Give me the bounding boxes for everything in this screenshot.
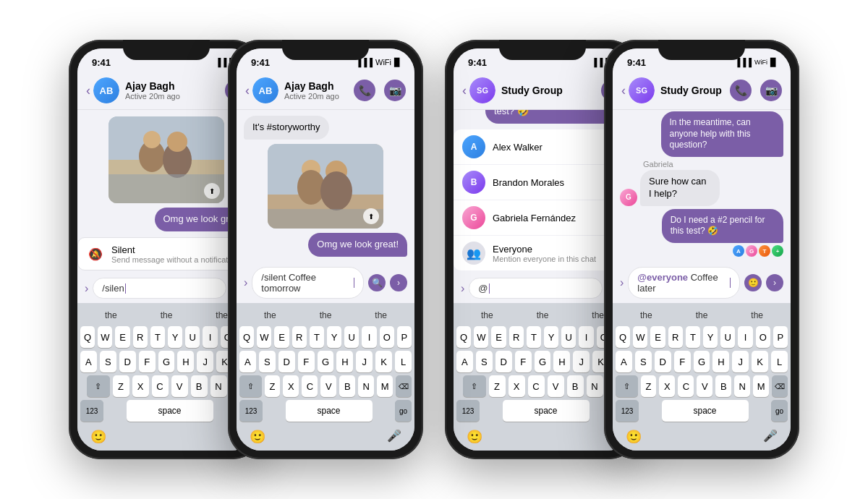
emoji-button-1b[interactable]: 🙂 bbox=[86, 427, 111, 446]
key-n-1b[interactable]: N bbox=[210, 375, 227, 397]
status-time-2b: 9:41 bbox=[468, 57, 487, 68]
key-y-1b[interactable]: Y bbox=[168, 326, 182, 348]
key-j-1b[interactable]: J bbox=[197, 351, 213, 372]
key-x-1b[interactable]: X bbox=[132, 375, 149, 397]
header-name-1f: Ajay Bagh bbox=[284, 80, 354, 92]
header-name-2f: Study Group bbox=[660, 85, 730, 96]
gabriela-label-2f: Gabriela bbox=[640, 160, 746, 169]
phone-group-1: 9:41 ▐▐▐ ▉ ‹ AB Ajay Bagh Active 20m ago bbox=[69, 40, 423, 459]
key-u-1b[interactable]: U bbox=[185, 326, 200, 348]
key-c-1b[interactable]: C bbox=[152, 375, 169, 397]
key-d-1b[interactable]: D bbox=[119, 351, 136, 372]
input-row-2b: › @ 🙂 bbox=[461, 278, 624, 299]
search-button-1f[interactable]: 🔍 bbox=[368, 274, 386, 291]
input-row-1b: › /silen 🔍 bbox=[85, 278, 248, 299]
mention-avatar-alex: A bbox=[462, 135, 485, 158]
svg-point-12 bbox=[320, 171, 352, 210]
back-button-2b[interactable]: ‹ bbox=[462, 83, 467, 98]
emoji-button-1f[interactable]: 🙂 bbox=[245, 427, 270, 446]
key-shift-1b[interactable]: ⇧ bbox=[87, 375, 110, 397]
wifi-icon-1f: WiFi bbox=[375, 58, 391, 67]
back-button-1f[interactable]: ‹ bbox=[245, 83, 250, 98]
notch-2f bbox=[658, 40, 745, 60]
svg-point-5 bbox=[143, 131, 161, 148]
gabriela-msg-2f: Sure how can I help? bbox=[640, 170, 720, 206]
text-input-1b[interactable]: /silen bbox=[93, 278, 226, 299]
suggestion-1[interactable]: the bbox=[99, 309, 123, 322]
header-info-1f: Ajay Bagh Active 20m ago bbox=[284, 80, 354, 101]
couple-photo-1b: ⬆ bbox=[109, 116, 224, 203]
keyboard-2f: the the the QWERTYUIOP ASDFGHJKL ⇧ZXCVBN… bbox=[613, 303, 791, 451]
phone-call-icon-2f[interactable]: 📞 bbox=[730, 80, 752, 101]
received-msg-1f: It's #storyworthy bbox=[244, 116, 329, 140]
notch-1f bbox=[282, 40, 369, 60]
phone-call-icon-1f[interactable]: 📞 bbox=[354, 80, 375, 101]
send-button-1f[interactable]: › bbox=[390, 274, 407, 291]
share-btn-1f[interactable]: ⬆ bbox=[363, 208, 379, 224]
text-input-2f[interactable]: @everyone Coffee later bbox=[628, 267, 740, 299]
key-e-1b[interactable]: E bbox=[115, 326, 129, 348]
send-button-2f[interactable]: › bbox=[766, 274, 783, 291]
key-g-1b[interactable]: G bbox=[158, 351, 175, 372]
key-v-1b[interactable]: V bbox=[171, 375, 188, 397]
cursor-2f bbox=[730, 278, 731, 288]
back-button-1b[interactable]: ‹ bbox=[86, 83, 90, 98]
emoji-btn-2f[interactable]: 🙂 bbox=[744, 274, 762, 291]
keyboard-1f: the the the QWERTYUIOP ASDFGHJKL ⇧ZXCVBN… bbox=[237, 303, 414, 451]
video-call-icon-2f[interactable]: 📷 bbox=[760, 80, 782, 101]
text-input-2b[interactable]: @ bbox=[469, 278, 603, 299]
row-a-1b: ASDFGHJKL bbox=[80, 351, 252, 372]
emoji-button-2f[interactable]: 🙂 bbox=[621, 427, 646, 446]
key-123-1b[interactable]: 123 bbox=[80, 400, 103, 422]
header-actions-1f: 📞 📷 bbox=[354, 80, 406, 101]
status-icons-1f: ▐▐▐ WiFi ▉ bbox=[356, 58, 400, 67]
key-b-1b[interactable]: B bbox=[191, 375, 208, 397]
key-s-1b[interactable]: S bbox=[100, 351, 116, 372]
emoji-button-2b-bottom[interactable]: 🙂 bbox=[462, 427, 487, 446]
input-text-2f: @everyone Coffee later bbox=[637, 272, 729, 294]
slash-icon-1f: › bbox=[244, 276, 247, 289]
key-f-1b[interactable]: F bbox=[139, 351, 156, 372]
sent-msg-1f: Omg we look great! bbox=[308, 233, 407, 257]
header-avatar-1b: AB bbox=[93, 77, 119, 103]
signal-icon-2f: ▐▐▐ bbox=[735, 58, 752, 67]
key-q-1b[interactable]: Q bbox=[80, 326, 95, 348]
back-button-2f[interactable]: ‹ bbox=[621, 83, 626, 98]
key-h-1b[interactable]: H bbox=[177, 351, 194, 372]
video-call-icon-1f[interactable]: 📷 bbox=[384, 80, 406, 101]
key-i-1b[interactable]: I bbox=[203, 326, 217, 348]
avatar-circle-2b: SG bbox=[469, 77, 495, 103]
notch-1b bbox=[123, 40, 210, 60]
suggestion-2[interactable]: the bbox=[155, 309, 179, 322]
input-text-1b: /silen bbox=[102, 283, 124, 294]
sent-msg-2f-2: In the meantime, can anyone help with th… bbox=[661, 111, 784, 157]
battery-icon-2f: ▉ bbox=[770, 58, 776, 67]
key-r-1b[interactable]: R bbox=[133, 326, 148, 348]
header-actions-2f: 📞 📷 bbox=[730, 80, 782, 101]
key-space-1b[interactable]: space bbox=[127, 400, 213, 422]
share-btn-1b[interactable]: ⬆ bbox=[204, 183, 220, 199]
key-q-1f[interactable]: Q bbox=[239, 326, 254, 348]
photo-message-1b: ⬆ bbox=[109, 116, 224, 203]
text-input-1f[interactable]: /silent Coffee tomorrow bbox=[252, 267, 364, 299]
notch-2b bbox=[499, 40, 586, 60]
photo-message-1f: ⬆ bbox=[268, 144, 383, 229]
phone-group-2: 9:41 ▐▐▐ ▉ ‹ SG Study Group 📞 bbox=[445, 40, 799, 459]
status-time-1b: 9:41 bbox=[92, 57, 111, 68]
chat-header-2f: ‹ SG Study Group 📞 📷 bbox=[613, 73, 791, 110]
svg-point-11 bbox=[297, 170, 325, 205]
key-w-1b[interactable]: W bbox=[98, 326, 112, 348]
key-t-1b[interactable]: T bbox=[150, 326, 165, 348]
mention-name-alex: Alex Walker bbox=[493, 142, 542, 153]
input-row-2f: › @everyone Coffee later 🙂 › bbox=[620, 267, 783, 299]
mic-button-1f[interactable]: 🎤 bbox=[383, 427, 406, 446]
main-scene: 9:41 ▐▐▐ ▉ ‹ AB Ajay Bagh Active 20m ago bbox=[54, 25, 814, 474]
key-z-1b[interactable]: Z bbox=[113, 375, 129, 397]
command-title-1b: Silent bbox=[111, 244, 247, 255]
header-info-2f: Study Group bbox=[660, 85, 730, 96]
mic-button-2f[interactable]: 🎤 bbox=[759, 427, 782, 446]
battery-icon-1f: ▉ bbox=[394, 58, 400, 67]
couple-photo-1f: ⬆ bbox=[268, 144, 383, 229]
cursor-1f bbox=[354, 278, 354, 288]
key-a-1b[interactable]: A bbox=[80, 351, 97, 372]
